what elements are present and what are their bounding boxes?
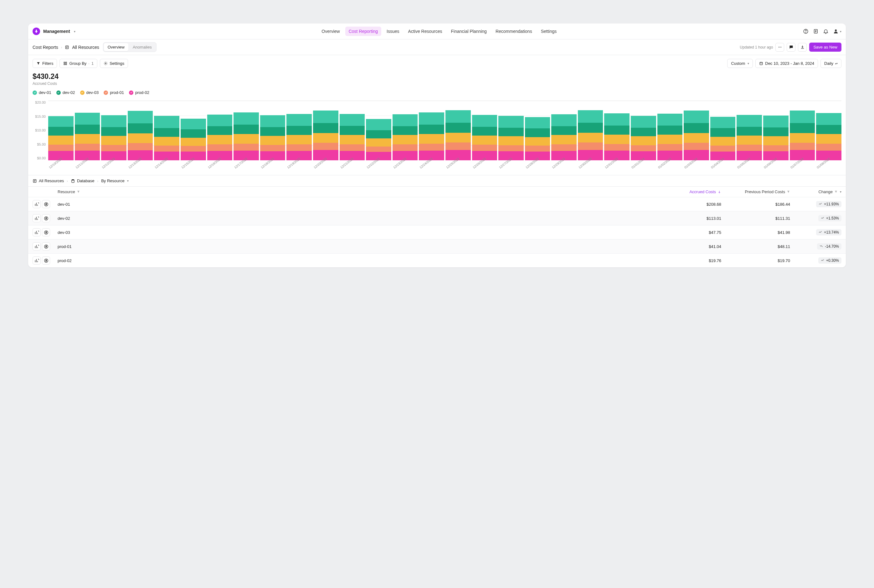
chart-row-button[interactable] xyxy=(33,200,41,208)
breadcrumb-leaf[interactable]: All Resources xyxy=(72,45,99,50)
bar-segment xyxy=(128,134,153,143)
topbar: Management ▾ OverviewCost ReportingIssue… xyxy=(28,24,846,39)
download-button[interactable] xyxy=(798,43,807,52)
bar-segment xyxy=(763,116,789,128)
bar-segment xyxy=(763,145,789,151)
col-resource[interactable]: Resource xyxy=(58,189,660,194)
total-value: $430.24 xyxy=(33,72,841,81)
tab-anomalies[interactable]: Anomalies xyxy=(129,43,156,51)
total-label: Accrued Costs xyxy=(33,81,841,86)
bar-segment xyxy=(578,133,603,142)
bar-segment xyxy=(684,143,709,150)
cost-row-button[interactable] xyxy=(42,228,50,236)
user-menu[interactable]: ▾ xyxy=(833,28,841,34)
check-icon xyxy=(56,90,61,95)
bar-segment xyxy=(207,135,232,144)
cost-row-button[interactable] xyxy=(42,256,50,265)
legend-prod-01[interactable]: prod-01 xyxy=(103,90,124,95)
docs-icon[interactable] xyxy=(813,28,819,34)
previous-cell: $48.11 xyxy=(729,244,798,249)
previous-cell: $186.44 xyxy=(729,202,798,207)
bar-segment xyxy=(260,115,285,127)
bar-segment xyxy=(234,112,259,124)
bar-segment xyxy=(181,146,206,152)
bar-segment xyxy=(75,113,100,124)
comment-button[interactable] xyxy=(787,43,795,52)
resource-cell: dev-03 xyxy=(58,230,660,235)
bar-segment xyxy=(631,145,656,151)
check-icon xyxy=(80,90,84,95)
nav-cost-reporting[interactable]: Cost Reporting xyxy=(345,27,381,36)
preset-select[interactable]: Custom▾ xyxy=(727,59,753,68)
bar-segment xyxy=(181,118,206,129)
bar-segment xyxy=(657,135,683,144)
bar-segment xyxy=(234,144,259,151)
bar-segment xyxy=(816,144,841,151)
nav-recommendations[interactable]: Recommendations xyxy=(492,27,535,36)
nav-settings[interactable]: Settings xyxy=(537,27,560,36)
table-head: Resource Accrued Costs Previous Period C… xyxy=(28,186,846,197)
bar-segment xyxy=(207,144,232,151)
cost-row-button[interactable] xyxy=(42,242,50,250)
bar-segment xyxy=(48,127,73,136)
path-database[interactable]: Database xyxy=(71,178,94,183)
help-icon[interactable] xyxy=(803,28,809,34)
bell-icon[interactable] xyxy=(823,28,829,34)
legend-dev-02[interactable]: dev-02 xyxy=(56,90,75,95)
filter-icon xyxy=(834,190,838,194)
trend-icon xyxy=(819,202,822,206)
cost-row-button[interactable] xyxy=(42,200,50,208)
bar-segment xyxy=(472,115,498,127)
group-by-button[interactable]: Group By·1 xyxy=(60,59,97,68)
bar-segment xyxy=(684,133,709,143)
bar-segment xyxy=(181,138,206,146)
col-previous[interactable]: Previous Period Costs xyxy=(729,189,798,194)
chart-row-button[interactable] xyxy=(33,214,41,222)
chart-row-button[interactable] xyxy=(33,256,41,265)
nav-active-resources[interactable]: Active Resources xyxy=(405,27,446,36)
filter-bar: Filters Group By·1 Settings Custom▾ Dec … xyxy=(28,55,846,68)
workspace-switcher[interactable]: Management ▾ xyxy=(33,27,75,35)
granularity-select[interactable]: Daily▴▾ xyxy=(820,59,841,68)
more-button[interactable] xyxy=(775,43,784,52)
svg-point-3 xyxy=(835,29,837,31)
bar-segment xyxy=(736,145,762,151)
bar-segment xyxy=(736,127,762,136)
save-as-new-button[interactable]: Save as New xyxy=(809,43,841,52)
cost-row-button[interactable] xyxy=(42,214,50,222)
bar-segment xyxy=(604,126,630,135)
path-all-resources[interactable]: All Resources xyxy=(33,178,64,183)
bar-segment xyxy=(525,137,550,146)
path-by-resource[interactable]: By Resource▾ xyxy=(101,178,128,183)
bar-segment xyxy=(578,123,603,132)
bar-segment xyxy=(763,136,789,145)
nav-financial-planning[interactable]: Financial Planning xyxy=(448,27,490,36)
bar-segment xyxy=(101,127,126,136)
chart-row-button[interactable] xyxy=(33,228,41,236)
settings-button[interactable]: Settings xyxy=(100,59,128,68)
bar-segment xyxy=(286,144,312,151)
legend-prod-02[interactable]: prod-02 xyxy=(129,90,149,95)
bar-segment xyxy=(393,126,418,135)
date-range-button[interactable]: Dec 10, 2023 - Jan 8, 2024 xyxy=(756,59,818,68)
nav-issues[interactable]: Issues xyxy=(383,27,403,36)
y-axis: $20.00$15.00$10.00$5.00$0.00 xyxy=(33,100,48,160)
legend-dev-01[interactable]: dev-01 xyxy=(33,90,51,95)
bar-segment xyxy=(154,116,179,128)
table-row: dev-01$208.68$186.44+11.93% xyxy=(28,197,846,211)
bar-segment xyxy=(816,134,841,143)
chart-row-button[interactable] xyxy=(33,242,41,250)
bar-segment xyxy=(525,128,550,137)
col-accrued[interactable]: Accrued Costs xyxy=(660,189,729,194)
svg-point-5 xyxy=(778,47,779,48)
col-change[interactable]: Change▾ xyxy=(798,189,841,194)
filters-button[interactable]: Filters xyxy=(33,59,57,68)
change-badge: +11.93% xyxy=(816,201,841,207)
legend-dev-03[interactable]: dev-03 xyxy=(80,90,99,95)
bar-segment xyxy=(790,143,815,150)
tab-overview[interactable]: Overview xyxy=(104,43,128,51)
bar-segment xyxy=(260,127,285,136)
breadcrumb-root[interactable]: Cost Reports xyxy=(33,45,58,50)
list-icon xyxy=(65,45,69,50)
nav-overview[interactable]: Overview xyxy=(318,27,343,36)
